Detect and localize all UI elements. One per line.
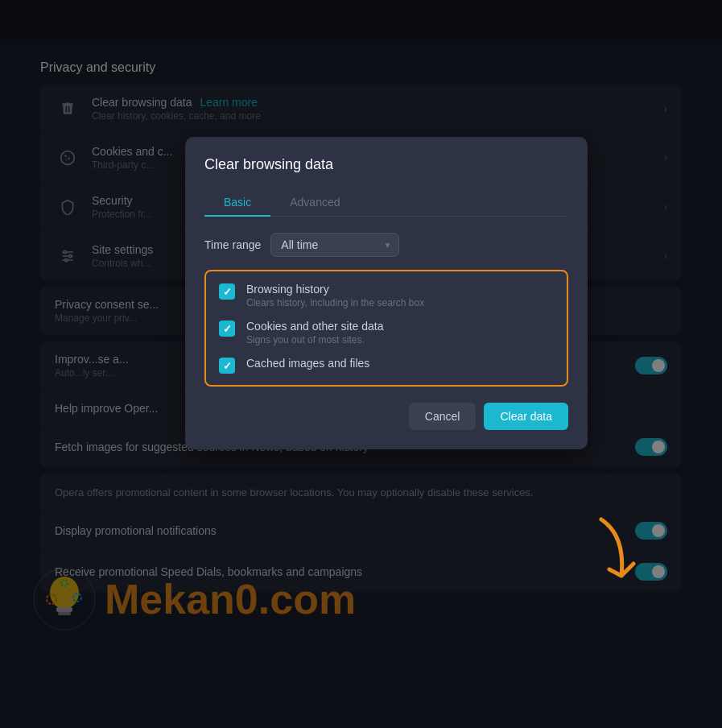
time-range-row: Time range Last hour Last 24 hours Last … xyxy=(204,233,568,257)
time-range-select[interactable]: Last hour Last 24 hours Last 7 days Last… xyxy=(270,233,399,257)
modal-overlay: Clear browsing data Basic Advanced Time … xyxy=(0,0,722,728)
browsing-history-checkbox[interactable] xyxy=(219,283,235,300)
cookies-site-data-text: Cookies and other site data Signs you ou… xyxy=(246,320,383,345)
checkboxes-area: Browsing history Clears history, includi… xyxy=(204,270,568,387)
time-range-label: Time range xyxy=(204,238,261,251)
cached-images-title: Cached images and files xyxy=(246,357,369,370)
cancel-button[interactable]: Cancel xyxy=(409,403,477,430)
time-range-select-wrapper: Last hour Last 24 hours Last 7 days Last… xyxy=(270,233,399,257)
clear-browsing-data-modal: Clear browsing data Basic Advanced Time … xyxy=(185,137,588,449)
cached-images-text: Cached images and files xyxy=(246,357,369,370)
browsing-history-text: Browsing history Clears history, includi… xyxy=(246,283,424,308)
tab-basic[interactable]: Basic xyxy=(204,189,270,217)
cached-images-checkbox[interactable] xyxy=(219,358,235,374)
browsing-history-subtitle: Clears history, including in the search … xyxy=(246,297,424,308)
browsing-history-item: Browsing history Clears history, includi… xyxy=(219,283,554,308)
tab-advanced[interactable]: Advanced xyxy=(270,189,359,217)
cookies-site-data-item: Cookies and other site data Signs you ou… xyxy=(219,320,554,345)
modal-buttons: Cancel Clear data xyxy=(204,403,568,430)
cached-images-item: Cached images and files xyxy=(219,357,554,374)
cookies-site-data-subtitle: Signs you out of most sites. xyxy=(246,334,383,345)
cookies-site-data-checkbox[interactable] xyxy=(219,321,235,337)
clear-data-button[interactable]: Clear data xyxy=(484,403,568,430)
cookies-site-data-title: Cookies and other site data xyxy=(246,320,383,333)
browsing-history-title: Browsing history xyxy=(246,283,424,296)
modal-tabs: Basic Advanced xyxy=(204,189,568,217)
modal-title: Clear browsing data xyxy=(204,156,568,173)
